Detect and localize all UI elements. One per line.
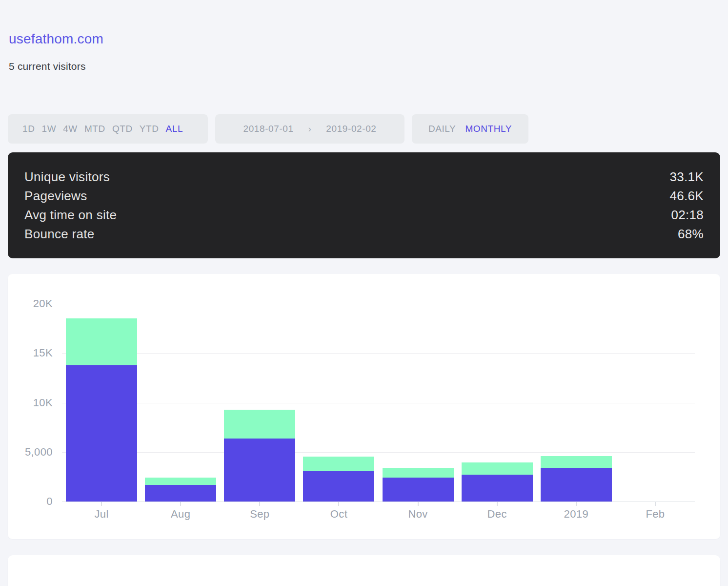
stacked-bar-aug[interactable] [145, 304, 216, 502]
pageviews-segment [462, 462, 533, 475]
y-axis-label: 20K [8, 297, 53, 310]
chevron-right-icon: › [308, 124, 312, 134]
bars-container [62, 304, 695, 502]
stacked-bar-2019[interactable] [541, 304, 612, 502]
visitors-segment [303, 471, 374, 502]
date-from-button[interactable]: 2018-07-01 [243, 124, 293, 134]
x-tick-slot [616, 502, 695, 506]
x-tick-slot [141, 502, 220, 506]
x-tick-slot [62, 502, 141, 506]
site-domain-link[interactable]: usefathom.com [9, 31, 103, 47]
stacked-bar-jul[interactable] [66, 304, 137, 502]
y-axis-label: 15K [8, 347, 53, 359]
x-tick-mark [101, 502, 102, 506]
granularity-daily-button[interactable]: DAILY [428, 124, 456, 134]
bar-slot-nov [379, 304, 458, 502]
bar-slot-dec [458, 304, 537, 502]
bar-chart-plot-area: 20K15K10K5,0000 [62, 304, 695, 502]
stacked-bar-oct[interactable] [303, 304, 374, 502]
x-axis-label-jul: Jul [62, 508, 141, 521]
x-axis-label-2019: 2019 [537, 508, 616, 521]
bar-slot-aug [141, 304, 220, 502]
visitors-chart-panel: 20K15K10K5,0000 JulAugSepOctNovDec2019Fe… [8, 274, 720, 539]
range-1w-button[interactable]: 1W [42, 124, 57, 134]
x-tick-mark [180, 502, 181, 506]
visitors-segment [541, 468, 612, 502]
bar-slot-feb [616, 304, 695, 502]
range-1d-button[interactable]: 1D [22, 124, 35, 134]
stat-row-unique-visitors: Unique visitors 33.1K [24, 167, 704, 187]
stat-value: 46.6K [670, 188, 704, 204]
pageviews-segment [66, 318, 137, 365]
visitors-segment [383, 478, 454, 502]
y-axis-label: 0 [8, 495, 53, 508]
pageviews-segment [303, 457, 374, 471]
range-ytd-button[interactable]: YTD [140, 124, 159, 134]
date-range-presets: 1D 1W 4W MTD QTD YTD ALL [8, 114, 208, 144]
range-mtd-button[interactable]: MTD [84, 124, 105, 134]
bar-slot-oct [299, 304, 378, 502]
x-axis-label-sep: Sep [220, 508, 299, 521]
pageviews-segment [145, 478, 216, 484]
x-tick-mark [338, 502, 339, 506]
pageviews-segment [541, 456, 612, 468]
next-card-partial [8, 555, 720, 586]
y-axis-label: 10K [8, 397, 53, 409]
date-to-button[interactable]: 2019-02-02 [326, 124, 376, 134]
pageviews-segment [383, 468, 454, 478]
stat-row-avg-time: Avg time on site 02:18 [24, 206, 704, 225]
stat-row-pageviews: Pageviews 46.6K [24, 187, 704, 206]
visitors-segment [224, 439, 295, 502]
x-axis-labels: JulAugSepOctNovDec2019Feb [62, 508, 695, 521]
stat-value: 68% [678, 227, 704, 242]
visitors-segment [145, 485, 216, 502]
x-tick-mark [655, 502, 656, 506]
stat-row-bounce-rate: Bounce rate 68% [24, 225, 704, 244]
x-tick-slot [458, 502, 537, 506]
y-axis-label: 5,000 [8, 446, 53, 459]
granularity-monthly-button[interactable]: MONTHLY [465, 124, 512, 134]
stat-value: 02:18 [671, 208, 704, 223]
bar-slot-jul [62, 304, 141, 502]
stat-value: 33.1K [670, 169, 704, 185]
visitors-segment [66, 365, 137, 502]
x-axis-label-nov: Nov [379, 508, 458, 521]
x-axis-label-aug: Aug [141, 508, 220, 521]
range-4w-button[interactable]: 4W [63, 124, 78, 134]
bar-slot-2019 [537, 304, 616, 502]
x-tick-mark [418, 502, 419, 506]
summary-stats-panel: Unique visitors 33.1K Pageviews 46.6K Av… [8, 152, 720, 258]
toolbar: 1D 1W 4W MTD QTD YTD ALL 2018-07-01 › 20… [8, 114, 720, 144]
x-tick-slot [299, 502, 378, 506]
x-tick-mark [259, 502, 260, 506]
stacked-bar-feb[interactable] [620, 304, 691, 502]
range-all-button[interactable]: ALL [166, 124, 183, 134]
stat-label: Pageviews [24, 188, 87, 204]
current-visitors-text: 5 current visitors [9, 61, 720, 72]
x-tick-slot [220, 502, 299, 506]
x-axis-label-dec: Dec [458, 508, 537, 521]
x-tick-mark [576, 502, 577, 506]
stacked-bar-sep[interactable] [224, 304, 295, 502]
stat-label: Unique visitors [24, 169, 110, 185]
x-tick-slot [379, 502, 458, 506]
pageviews-segment [224, 410, 295, 439]
date-range-picker: 2018-07-01 › 2019-02-02 [215, 114, 404, 144]
range-qtd-button[interactable]: QTD [112, 124, 133, 134]
stacked-bar-nov[interactable] [383, 304, 454, 502]
bar-slot-sep [220, 304, 299, 502]
x-axis-label-oct: Oct [299, 508, 378, 521]
x-axis-label-feb: Feb [616, 508, 695, 521]
stat-label: Avg time on site [24, 208, 117, 223]
stat-label: Bounce rate [24, 227, 95, 242]
dashboard-page: usefathom.com 5 current visitors 1D 1W 4… [0, 0, 728, 586]
visitors-segment [462, 475, 533, 502]
x-tick-slot [537, 502, 616, 506]
x-axis-ticks [62, 502, 695, 506]
granularity-toggle: DAILY MONTHLY [412, 114, 528, 144]
stacked-bar-dec[interactable] [462, 304, 533, 502]
x-tick-mark [497, 502, 498, 506]
